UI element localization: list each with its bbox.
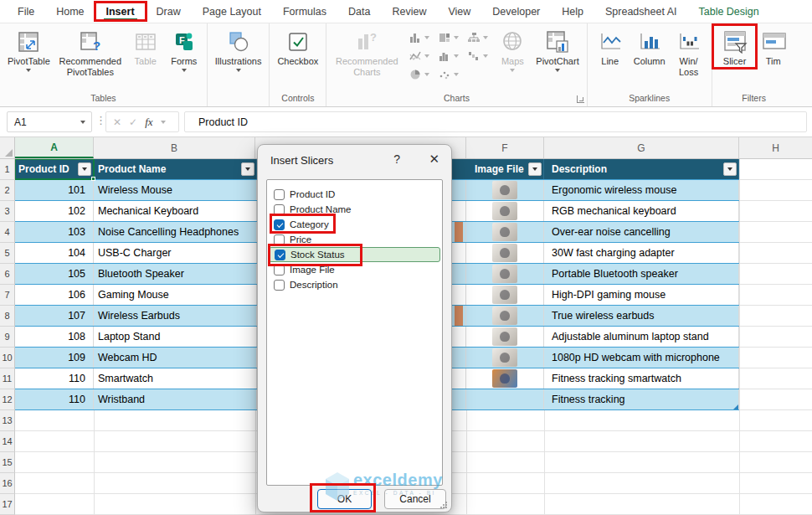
cell-image-file[interactable] [466,285,544,305]
tab-home[interactable]: Home [45,0,95,23]
cell-product-name[interactable]: Noise Cancelling Headphones [94,222,257,242]
cell-product-id[interactable]: 104 [15,243,94,263]
insert-hierarchy-chart-button[interactable] [467,30,488,45]
product-image-thumbnail[interactable] [492,181,517,199]
column-header-f[interactable]: F [466,137,544,158]
row-header[interactable]: 6 [0,264,15,285]
cell-product-name[interactable]: Gaming Mouse [94,285,257,305]
cell-product-name[interactable]: Webcam HD [94,348,257,368]
tab-formulas[interactable]: Formulas [272,0,337,23]
filter-dropdown-button[interactable] [241,162,254,176]
row-header[interactable]: 11 [0,368,15,389]
row-header[interactable]: 10 [0,348,15,368]
row-header[interactable]: 9 [0,327,15,348]
insert-histogram-chart-button[interactable] [438,49,459,64]
filter-dropdown-button[interactable] [528,162,542,176]
checkbox-icon[interactable] [274,234,285,245]
field-option-price[interactable]: Price [267,232,442,247]
checkbox-icon[interactable] [275,250,285,260]
line-sparkline-button[interactable]: Line [591,26,630,69]
illustrations-button[interactable]: Illustrations [211,26,266,74]
checkbox-icon[interactable] [274,280,285,291]
checkbox-control-button[interactable]: Checkbox [273,26,322,69]
cell-image-file[interactable] [466,306,544,326]
row-header[interactable]: 8 [0,306,15,327]
cell-description[interactable]: Portable Bluetooth speaker [544,264,739,284]
product-image-thumbnail[interactable] [492,348,517,367]
cell-image-file[interactable] [466,368,544,389]
column-header-a[interactable]: A [15,137,94,158]
dialog-resize-grip-icon[interactable] [440,501,448,508]
column-header-b[interactable]: B [94,137,255,158]
cell-product-name[interactable]: Mechanical Keyboard [94,201,257,221]
confirm-entry-icon[interactable]: ✓ [129,116,137,128]
row-header[interactable]: 13 [0,410,15,431]
winloss-sparkline-button[interactable]: Win/ Loss [670,26,708,79]
field-option-category[interactable]: Category [267,217,442,232]
name-box[interactable]: A1 [7,111,92,132]
insert-scatter-chart-button[interactable] [438,67,459,82]
tab-developer[interactable]: Developer [481,0,551,23]
tab-draw[interactable]: Draw [146,0,192,23]
field-option-product-id[interactable]: Product ID [267,187,442,202]
cell-product-id[interactable]: 109 [15,348,94,368]
column-header-h[interactable]: H [739,137,812,158]
header-cell-image-file[interactable]: Image File [466,159,544,179]
row-header[interactable]: 2 [0,180,15,201]
cell-product-name[interactable]: USB-C Charger [94,243,257,263]
dialog-close-icon[interactable]: ✕ [429,152,439,167]
recommended-pivottables-button[interactable]: ? Recommended PivotTables [54,26,126,79]
cancel-button[interactable]: Cancel [384,489,446,509]
field-option-product-name[interactable]: Product Name [267,202,442,217]
tab-help[interactable]: Help [551,0,594,23]
cell-product-name[interactable]: Wristband [94,389,257,409]
product-image-thumbnail[interactable] [492,202,517,220]
column-header-g[interactable]: G [544,137,739,158]
cell-product-name[interactable]: Laptop Stand [94,327,257,347]
row-header[interactable]: 4 [0,222,15,243]
insert-pie-chart-button[interactable] [409,67,429,82]
row-header[interactable]: 1 [0,159,15,180]
cell-image-file[interactable] [466,327,544,347]
cell-product-id[interactable]: 103 [15,222,94,242]
row-header[interactable]: 14 [0,431,15,452]
cell-product-id[interactable]: 101 [15,180,94,200]
cell-product-name[interactable]: Wireless Mouse [94,180,257,200]
header-cell-product-name[interactable]: Product Name [94,159,257,179]
row-header[interactable]: 16 [0,473,15,494]
insert-function-icon[interactable]: fx [145,116,152,129]
cell-product-id[interactable]: 107 [15,306,94,326]
row-header[interactable]: 3 [0,201,15,222]
cell-product-id[interactable]: 106 [15,285,94,305]
checkbox-icon[interactable] [274,204,285,215]
cell-description[interactable]: 1080p HD webcam with microphone [544,348,739,368]
insert-treemap-chart-button[interactable] [438,30,459,45]
formula-input[interactable]: Product ID [184,111,807,132]
cell-description[interactable]: 30W fast charging adapter [544,243,739,263]
cell-description[interactable]: Over-ear noise cancelling [544,222,739,242]
tab-page-layout[interactable]: Page Layout [192,0,272,23]
field-option-description[interactable]: Description [267,277,442,292]
cell-description[interactable]: True wireless earbuds [544,306,739,326]
cell-description[interactable]: Ergonomic wireless mouse [544,180,739,200]
header-cell-product-id[interactable]: Product ID [15,159,94,179]
row-header[interactable]: 5 [0,243,15,264]
cell-description[interactable]: Fitness tracking smartwatch [544,368,739,389]
cell-image-file[interactable] [466,348,544,368]
column-sparkline-button[interactable]: Column [630,26,670,69]
product-image-thumbnail[interactable] [492,369,517,388]
cell-image-file[interactable] [466,264,544,284]
cell-product-id[interactable]: 102 [15,201,94,221]
insert-waterfall-chart-button[interactable] [467,49,488,64]
row-header[interactable]: 12 [0,389,15,410]
pivottable-button[interactable]: PivotTable [3,26,54,74]
tab-table-design[interactable]: Table Design [687,0,769,23]
insert-line-scatter-chart-button[interactable] [409,49,429,64]
cell-description[interactable]: Fitness tracking [544,389,739,409]
product-image-thumbnail[interactable] [492,286,517,304]
insert-column-chart-button[interactable] [409,30,429,45]
cell-image-file[interactable] [466,389,544,409]
timeline-button[interactable]: Tim [754,26,793,69]
table-resize-handle-icon[interactable] [733,404,738,409]
select-all-corner[interactable] [0,137,15,158]
